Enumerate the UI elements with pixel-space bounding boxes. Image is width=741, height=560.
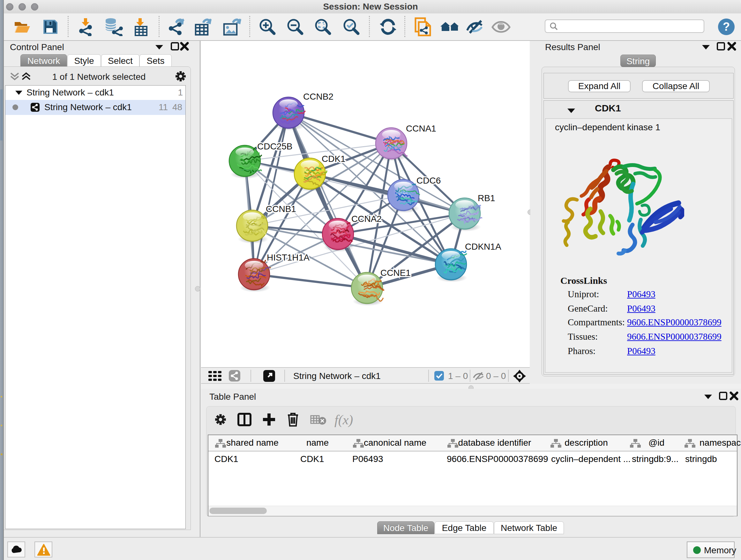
svg-text:HIST1H1A: HIST1H1A [267, 253, 310, 262]
svg-text:CDC6: CDC6 [416, 176, 441, 186]
svg-text:RB1: RB1 [478, 193, 495, 203]
svg-text:CDC25B: CDC25B [257, 141, 292, 151]
svg-text:CCNE1: CCNE1 [381, 268, 411, 278]
svg-text:CCNB2: CCNB2 [303, 91, 333, 102]
svg-text:CDKN1A: CDKN1A [465, 242, 501, 252]
svg-text:?: ? [723, 20, 730, 33]
svg-text:CDK1: CDK1 [322, 154, 346, 164]
svg-text:CCNB1: CCNB1 [266, 204, 296, 214]
svg-text:CCNA1: CCNA1 [406, 124, 436, 133]
svg-text:CCNA2: CCNA2 [351, 214, 382, 224]
